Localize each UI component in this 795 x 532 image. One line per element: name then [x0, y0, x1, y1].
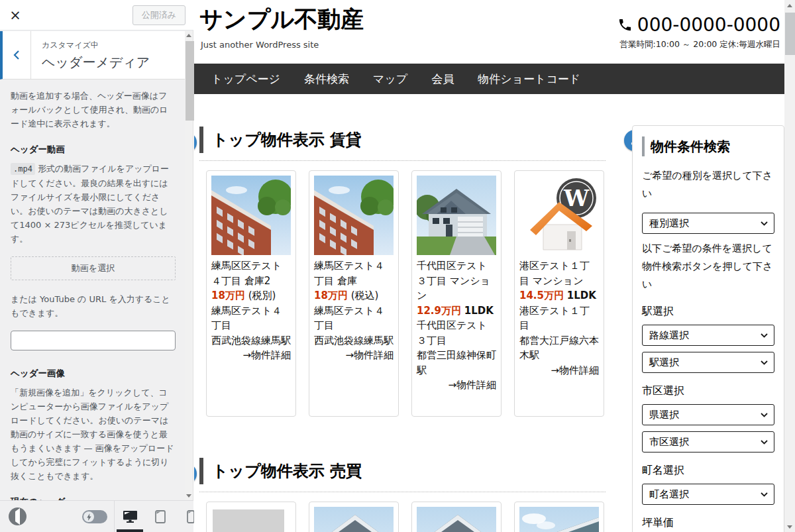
panel-content: 動画を追加する場合、ヘッダー画像はフォールバックとして使用され、動画のロード途中… — [0, 80, 186, 500]
property-title-link[interactable]: 港区テスト１丁目 マンション — [519, 258, 599, 288]
youtube-url-input[interactable] — [11, 331, 176, 350]
preview-scrollbar[interactable] — [784, 0, 795, 532]
edit-shortcut-rent-section[interactable] — [194, 132, 197, 153]
no-image-placeholder-photo — [211, 507, 291, 532]
type-hint: ご希望の種別を選択して下さい — [642, 167, 774, 203]
header-contact: 000-0000-0000 営業時間:10:00 ～ 20:00 定休:毎週水曜… — [617, 14, 780, 50]
sale-property-list — [206, 502, 604, 532]
line-select[interactable]: 路線選択 — [642, 325, 774, 346]
panel-header: カスタマイズ中 ヘッダーメディア — [0, 31, 186, 80]
property-detail-link[interactable]: →物件詳細 — [314, 348, 394, 363]
type-select[interactable]: 種別選択 — [642, 213, 774, 234]
property-detail-link[interactable]: →物件詳細 — [417, 378, 496, 393]
sidebar-scrollbar[interactable] — [185, 31, 193, 500]
brick-building-photo — [314, 176, 394, 255]
header-video-description: .mp4 形式の動画ファイルをアップロードしてください。最良の結果を出すにはファ… — [11, 162, 176, 246]
property-address: 練馬区テスト４丁目 — [211, 303, 291, 333]
collapse-sidebar-button[interactable] — [9, 507, 26, 525]
toggle-knob — [83, 511, 94, 522]
property-address: 千代田区テスト３丁目 — [417, 318, 496, 348]
site-preview: サンプル不動産 Just another WordPress site 000-… — [194, 0, 795, 532]
nav-item-property-shortcode[interactable]: 物件ショートコード — [466, 64, 592, 94]
nav-item-members[interactable]: 会員 — [419, 64, 466, 94]
roof-peak-photo — [417, 507, 496, 532]
publish-button[interactable]: 公開済み — [132, 5, 186, 25]
property-detail-link[interactable]: →物件詳細 — [519, 363, 599, 378]
property-detail-link[interactable]: →物件詳細 — [211, 348, 291, 363]
prefecture-select[interactable]: 県選択 — [642, 404, 774, 425]
panel-title: ヘッダーメディア — [42, 54, 150, 72]
property-title-link[interactable]: 千代田区テスト３丁目 マンション — [417, 258, 496, 303]
edit-shortcut-sale-section[interactable] — [194, 463, 197, 484]
property-title-link[interactable]: 練馬区区テスト４丁目 倉庫2 — [211, 258, 291, 288]
main-navigation: トップページ 条件検索 マップ 会員 物件ショートコード — [194, 64, 784, 94]
property-address: 練馬区テスト４丁目 — [314, 303, 394, 333]
property-card — [309, 502, 399, 532]
select-video-button[interactable]: 動画を選択 — [11, 256, 176, 280]
header-image-description: 「新規画像を追加」をクリックして、コンピューターから画像ファイルをアップロードし… — [11, 386, 176, 483]
property-card — [514, 502, 604, 532]
roof-peak-photo — [314, 507, 394, 532]
property-layout: 1LDK — [464, 305, 494, 317]
property-title-link[interactable]: 練馬区テスト４丁目 倉庫 — [314, 258, 394, 288]
property-price: 18万円 — [211, 290, 245, 301]
nav-item-top-page[interactable]: トップページ — [199, 64, 292, 94]
property-station: 西武池袋線練馬駅 — [314, 333, 394, 348]
suburban-house-photo — [417, 176, 496, 255]
chevron-down-icon — [761, 413, 768, 417]
chevron-down-icon — [761, 440, 768, 445]
scroll-up-arrow-icon[interactable] — [186, 34, 191, 37]
customizer-bottombar — [0, 500, 193, 532]
phone-number: 000-0000-0000 — [637, 14, 780, 36]
sale-section-title: トップ物件表示 売買 — [199, 458, 606, 484]
tablet-icon — [155, 510, 166, 523]
property-price: 12.9万円 — [417, 305, 461, 317]
property-card: W 港区テスト１丁目 マンション 14.5万円 1LDK 港区テスト１丁目 都営… — [514, 170, 604, 417]
business-hours: 営業時間:10:00 ～ 20:00 定休:毎週水曜日 — [617, 39, 780, 50]
site-tagline: Just another WordPress site — [201, 40, 319, 50]
property-price-note: (税込) — [351, 290, 379, 301]
hide-controls-toggle[interactable] — [82, 510, 107, 523]
scroll-up-arrow-icon[interactable] — [787, 4, 792, 7]
panel-context-label: カスタマイズ中 — [42, 40, 150, 51]
phone-icon — [617, 17, 633, 32]
close-customizer-button[interactable]: × — [0, 0, 30, 30]
site-title[interactable]: サンプル不動産 — [199, 3, 364, 36]
nav-item-condition-search[interactable]: 条件検索 — [292, 64, 361, 94]
property-card — [206, 502, 296, 532]
desktop-preview-button[interactable] — [115, 501, 145, 532]
customizer-topbar: × 公開済み — [0, 0, 193, 30]
city-select[interactable]: 市区選択 — [642, 431, 774, 452]
property-price-note: (税別) — [248, 290, 276, 301]
city-select-label: 市区選択 — [642, 384, 774, 398]
station-select[interactable]: 駅選択 — [642, 352, 774, 373]
nav-item-map[interactable]: マップ — [361, 64, 419, 94]
rent-section-heading: トップ物件表示 賃貸 — [199, 127, 606, 161]
property-card: 千代田区テスト３丁目 マンション 12.9万円 1LDK 千代田区テスト３丁目 … — [411, 170, 502, 417]
chevron-down-icon — [761, 221, 768, 226]
desktop-icon — [123, 510, 138, 523]
property-station: 都営大江戸線六本木駅 — [519, 333, 599, 363]
property-price: 14.5万円 — [519, 290, 564, 301]
search-widget-title: 物件条件検索 — [642, 136, 774, 156]
back-button[interactable] — [3, 31, 31, 79]
chevron-down-icon — [761, 492, 768, 497]
header-video-heading: ヘッダー動画 — [11, 144, 176, 156]
back-chevron-icon — [13, 50, 21, 60]
property-card: 練馬区区テスト４丁目 倉庫2 18万円 (税別) 練馬区テスト４丁目 西武池袋線… — [206, 170, 296, 417]
svg-text:W: W — [563, 185, 590, 211]
property-layout: 1LDK — [567, 290, 596, 301]
chevron-down-icon — [761, 360, 768, 365]
scroll-down-arrow-icon[interactable] — [186, 494, 191, 498]
town-select[interactable]: 町名選択 — [642, 484, 774, 505]
wordpress-house-placeholder: W — [519, 176, 599, 255]
collapse-arrow-icon — [15, 508, 20, 525]
rent-section-title: トップ物件表示 賃貸 — [199, 127, 606, 153]
property-price: 18万円 — [314, 290, 348, 301]
property-station: 都営三田線神保町駅 — [417, 348, 496, 378]
preview-scrollbar-thumb[interactable] — [785, 13, 795, 55]
chevron-down-icon — [761, 333, 768, 338]
scroll-down-arrow-icon[interactable] — [787, 525, 792, 529]
tablet-preview-button[interactable] — [145, 501, 176, 532]
property-card — [411, 502, 502, 532]
